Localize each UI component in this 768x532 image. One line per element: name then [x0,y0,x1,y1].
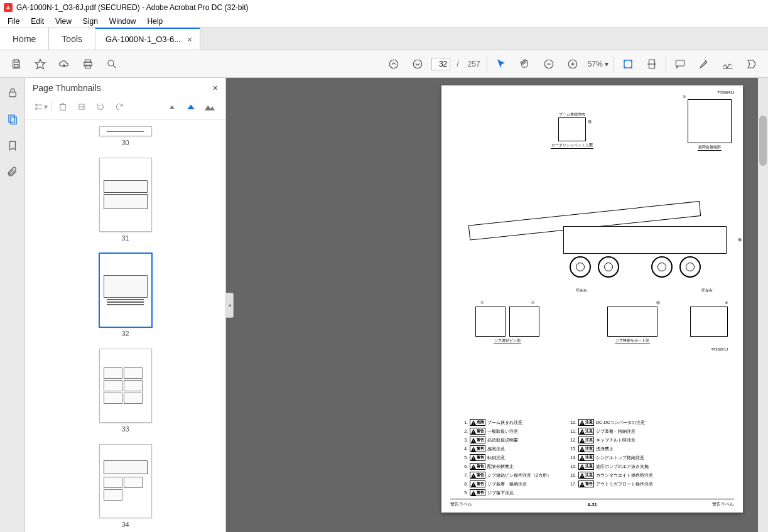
thumbnails-title: Page Thumbnails [33,83,101,93]
fit-page-icon[interactable] [618,54,638,74]
zoom-in-icon[interactable] [563,54,583,74]
rotate-ccw-icon[interactable] [92,99,109,114]
tab-tools[interactable]: Tools [49,28,95,50]
page-footer: 警告ラベル A-31 警告ラベル [450,499,734,508]
thumb-large-icon[interactable] [202,99,218,114]
svg-rect-18 [676,60,684,66]
fit-width-icon[interactable] [642,54,662,74]
menu-sign[interactable]: Sign [78,16,103,27]
page-up-icon[interactable] [384,54,404,74]
highlight-icon[interactable] [694,54,714,74]
svg-marker-33 [187,105,195,110]
print-icon[interactable] [78,54,98,74]
pdf-icon: A [4,3,13,12]
menu-view[interactable]: View [50,16,77,27]
vertical-scrollbar[interactable] [758,78,768,532]
svg-rect-21 [9,115,14,122]
lr-label-1: ⑰左右 [576,288,587,293]
thumb-label: 33 [121,425,129,433]
zoom-select[interactable]: 57% ▾ [587,57,610,71]
rotate-cw-icon[interactable] [111,99,127,114]
lock-icon[interactable] [4,84,21,102]
select-tool-icon[interactable] [491,54,511,74]
crane-diagram: ⑯ [475,219,727,281]
tab-document[interactable]: GA-1000N-1_O3-6... × [95,28,200,50]
window-title: GA-1000N-1_O3-6J.pdf (SECURED) - Adobe A… [16,3,248,12]
thumb-small-icon[interactable] [164,99,180,114]
tab-home[interactable]: Home [0,28,49,50]
save-icon[interactable] [6,54,26,74]
warning-row: 1.!危険ブーム挟まれ注意 [459,419,551,426]
thumb-label: 30 [121,139,129,146]
svg-rect-5 [85,65,90,68]
svg-rect-23 [36,104,37,106]
svg-rect-22 [11,117,16,124]
boom-direction-label: ブーム先端方向 [551,112,593,117]
menu-bar: File Edit View Sign Window Help [0,15,768,28]
warning-row: 14.!注意シングルトップ格納注意 [568,454,653,461]
scrollbar-thumb[interactable] [759,116,767,166]
delete-page-icon[interactable] [55,99,71,114]
hand-tool-icon[interactable] [515,54,535,74]
thumbnail-page-32[interactable]: 32 [99,253,152,337]
footer-right: 警告ラベル [712,501,734,508]
thumbnails-list[interactable]: 30 31 32 33 34 [25,120,225,532]
page-down-icon[interactable] [408,54,428,74]
tab-bar: Home Tools GA-1000N-1_O3-6... × [0,28,768,50]
warning-row: 2.!警告一般取扱い注意 [459,428,551,435]
callout-num-5: ⑤ [683,94,686,99]
thumb-options-icon[interactable]: ▾ [33,99,49,114]
svg-rect-15 [624,60,632,68]
thumb-label: 34 [121,521,129,528]
bookmark-icon[interactable] [4,137,21,155]
warning-table: 1.!危険ブーム挟まれ注意2.!警告一般取扱い注意3.!警告必読取扱説明書4.!… [450,414,734,499]
warning-row: 12.!注意キャブチルト時注意 [568,437,653,443]
menu-help[interactable]: Help [143,16,168,27]
comment-icon[interactable] [670,54,690,74]
menu-window[interactable]: Window [104,16,141,27]
thumbnail-page-34[interactable]: 34 [99,444,152,528]
svg-marker-32 [170,106,175,109]
warning-row: 5.!警告転倒注意 [459,454,551,461]
document-view[interactable]: ◂ T036641J ブーム先端方向 ⑬ ロータリジョイント上面 ⑤ 旋回台後端… [226,78,768,532]
callout-num-9: ⑨ [725,300,728,305]
collapse-panel-icon[interactable]: ◂ [226,293,234,318]
menu-file[interactable]: File [3,16,24,27]
sign-icon[interactable] [718,54,738,74]
callout-jib-pin: ⑦ ⑦ ジブ連結ピン部 [475,307,539,344]
callout-num-16: ⑯ [738,237,742,243]
warning-row: 9.!警告ジブ落下注意 [459,489,551,496]
warning-row: 4.!警告感電注意 [459,445,551,452]
thumbnail-page-30[interactable]: 30 [99,126,152,146]
svg-rect-1 [14,64,18,67]
star-icon[interactable] [30,54,50,74]
stamp-icon[interactable] [742,54,762,74]
callout-rear: ⑤ 旋回台後端部 [688,99,732,151]
thumbnail-page-31[interactable]: 31 [99,158,152,242]
doc-code-mid: T036221J [711,347,728,351]
pdf-page: T036641J ブーム先端方向 ⑬ ロータリジョイント上面 ⑤ 旋回台後端部 [441,85,743,513]
search-icon[interactable] [102,54,122,74]
close-tab-icon[interactable]: × [187,35,192,45]
attachment-icon[interactable] [4,163,21,181]
thumb-medium-icon[interactable] [183,99,199,114]
svg-marker-34 [205,105,215,110]
svg-rect-0 [14,60,18,62]
page-number-input[interactable] [431,58,450,70]
thumb-label: 32 [121,330,129,337]
callout-num-13: ⑬ [588,119,592,125]
title-bar: A GA-1000N-1_O3-6J.pdf (SECURED) - Adobe… [0,0,768,15]
menu-edit[interactable]: Edit [26,16,49,27]
thumbnails-icon[interactable] [4,111,21,128]
cloud-icon[interactable] [54,54,74,74]
extract-page-icon[interactable] [73,99,90,114]
thumbnail-page-33[interactable]: 33 [99,349,152,433]
callout-rotary: ブーム先端方向 ⑬ ロータリジョイント上面 [551,112,593,149]
thumbnails-toolbar: ▾ [25,97,225,120]
diagram-area: ブーム先端方向 ⑬ ロータリジョイント上面 ⑤ 旋回台後端部 [450,93,734,414]
svg-marker-2 [36,59,45,68]
zoom-out-icon[interactable] [539,54,559,74]
callout-num-14: ⑭ [656,300,660,306]
close-panel-icon[interactable]: × [213,83,218,93]
svg-line-7 [113,65,116,68]
